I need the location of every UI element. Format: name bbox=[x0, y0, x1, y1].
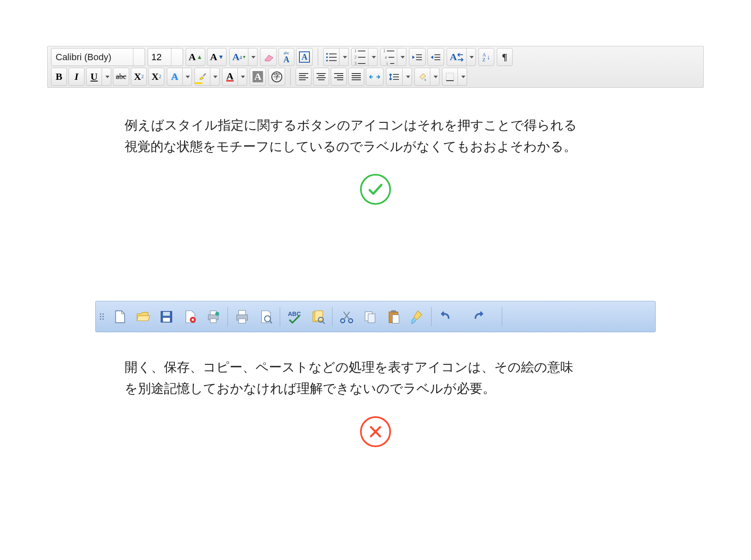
increase-indent-button[interactable] bbox=[427, 48, 444, 66]
toolbar-separator bbox=[227, 307, 228, 326]
spellcheck-button[interactable]: ABC bbox=[284, 306, 305, 328]
status-bad-icon bbox=[360, 416, 391, 447]
quick-print-button[interactable] bbox=[202, 306, 224, 328]
underline-button[interactable]: U bbox=[86, 68, 102, 86]
svg-rect-25 bbox=[239, 319, 246, 323]
toolbar-separator bbox=[332, 307, 332, 326]
subscript-button[interactable]: X2 bbox=[131, 68, 147, 86]
scissors-icon bbox=[339, 309, 355, 325]
bullet-list-icon bbox=[326, 53, 337, 61]
explanation-paragraph-1: 例えばスタイル指定に関するボタンのアイコンはそれを押すことで得られる 視覚的な状… bbox=[125, 115, 626, 157]
clipboard-icon bbox=[386, 309, 401, 325]
align-justify-icon bbox=[352, 73, 361, 80]
font-color-dropdown[interactable] bbox=[238, 68, 247, 86]
character-shading-button[interactable]: A bbox=[250, 68, 266, 86]
print-button[interactable] bbox=[231, 306, 253, 328]
shading-dropdown[interactable] bbox=[430, 68, 439, 86]
text-direction-icon bbox=[457, 53, 464, 61]
toolbar-grip-icon bbox=[100, 313, 104, 320]
borders-dropdown[interactable] bbox=[458, 68, 467, 86]
undo-icon bbox=[438, 309, 454, 325]
save-as-button[interactable] bbox=[179, 306, 201, 328]
toolbar-separator bbox=[502, 307, 502, 326]
printer-small-icon bbox=[205, 309, 221, 325]
paste-button[interactable] bbox=[383, 306, 404, 328]
bold-button[interactable]: B bbox=[51, 68, 67, 86]
enclose-characters-button[interactable]: 字 bbox=[268, 68, 285, 86]
font-color-button[interactable]: A bbox=[222, 68, 238, 86]
research-button[interactable] bbox=[307, 306, 329, 328]
svg-marker-1 bbox=[412, 56, 415, 59]
align-center-button[interactable] bbox=[313, 68, 329, 86]
text-direction-button[interactable]: A bbox=[447, 48, 466, 66]
cross-icon bbox=[368, 424, 383, 440]
status-good-icon bbox=[360, 174, 391, 205]
cut-button[interactable] bbox=[336, 306, 358, 328]
line-spacing-dropdown[interactable] bbox=[403, 68, 412, 86]
floppy-disk-icon bbox=[158, 309, 174, 325]
undo-button[interactable] bbox=[435, 306, 457, 328]
superscript-button[interactable]: X2 bbox=[148, 68, 164, 86]
number-list-dropdown[interactable] bbox=[368, 48, 378, 66]
sort-button[interactable]: AZ ↓ bbox=[478, 48, 494, 66]
decrease-indent-button[interactable] bbox=[409, 48, 426, 66]
italic-button[interactable]: I bbox=[69, 68, 84, 86]
change-case-button[interactable]: Aa▾ bbox=[229, 48, 248, 66]
copy-icon bbox=[362, 309, 378, 325]
toolbar-separator bbox=[431, 307, 432, 326]
svg-point-22 bbox=[215, 312, 220, 316]
distributed-button[interactable] bbox=[366, 68, 383, 86]
shrink-font-button[interactable]: A▼ bbox=[207, 48, 227, 66]
font-size-dropdown[interactable] bbox=[171, 48, 183, 66]
new-document-button[interactable] bbox=[109, 306, 130, 328]
svg-rect-39 bbox=[393, 315, 399, 323]
multilevel-list-button[interactable]: 1 a i bbox=[380, 48, 397, 66]
para2-line1: 開く、保存、コピー、ペーストなどの処理を表すアイコンは、その絵の意味 bbox=[125, 356, 626, 378]
copy-button[interactable] bbox=[359, 306, 381, 328]
text-effects-button[interactable]: A bbox=[167, 68, 183, 86]
new-document-icon bbox=[112, 309, 128, 325]
format-painter-button[interactable] bbox=[406, 306, 428, 328]
outdent-icon bbox=[412, 53, 423, 61]
svg-rect-16 bbox=[163, 318, 170, 322]
distributed-icon bbox=[369, 73, 381, 81]
font-size-value: 12 bbox=[148, 52, 171, 63]
phonetic-guide-button[interactable]: abc A bbox=[278, 48, 294, 66]
spellcheck-icon: ABC bbox=[286, 309, 302, 325]
highlight-dropdown[interactable] bbox=[210, 68, 220, 86]
clear-formatting-button[interactable] bbox=[260, 48, 277, 66]
font-size-select[interactable]: 12 bbox=[148, 48, 183, 66]
print-preview-button[interactable] bbox=[255, 306, 276, 328]
bullet-list-button[interactable] bbox=[323, 48, 340, 66]
borders-button[interactable] bbox=[442, 68, 458, 86]
show-marks-button[interactable]: ¶ bbox=[497, 48, 513, 66]
svg-rect-12 bbox=[446, 73, 454, 81]
svg-rect-15 bbox=[163, 312, 170, 316]
align-left-icon bbox=[299, 73, 308, 80]
line-spacing-button[interactable] bbox=[386, 68, 403, 86]
multilevel-list-dropdown[interactable] bbox=[397, 48, 406, 66]
borders-icon bbox=[445, 72, 455, 81]
svg-rect-18 bbox=[192, 319, 194, 321]
number-list-button[interactable]: 1 2 3 bbox=[351, 48, 368, 66]
shading-button[interactable] bbox=[414, 68, 430, 86]
grow-font-button[interactable]: A▲ bbox=[186, 48, 205, 66]
text-direction-dropdown[interactable] bbox=[467, 48, 476, 66]
text-effects-dropdown[interactable] bbox=[183, 68, 192, 86]
save-button[interactable] bbox=[156, 306, 177, 328]
strikethrough-button[interactable]: abc bbox=[113, 68, 129, 86]
character-border-button[interactable]: A bbox=[296, 48, 313, 66]
align-justify-button[interactable] bbox=[348, 68, 364, 86]
open-button[interactable] bbox=[132, 306, 154, 328]
svg-rect-36 bbox=[368, 314, 375, 323]
highlight-button[interactable] bbox=[194, 68, 210, 86]
font-family-select[interactable]: Calibri (Body) bbox=[51, 48, 145, 66]
para2-line2: を別途記憶しておかなければ理解できないのでラベルが必要。 bbox=[125, 378, 626, 399]
font-family-dropdown[interactable] bbox=[133, 48, 145, 66]
bullet-list-dropdown[interactable] bbox=[340, 48, 349, 66]
redo-button[interactable] bbox=[467, 306, 489, 328]
align-left-button[interactable] bbox=[296, 68, 312, 86]
align-right-button[interactable] bbox=[331, 68, 347, 86]
underline-dropdown[interactable] bbox=[102, 68, 111, 86]
change-case-dropdown[interactable] bbox=[248, 48, 258, 66]
